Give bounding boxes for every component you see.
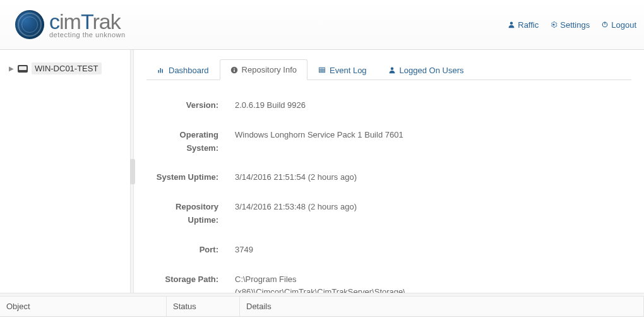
logout-label: Logout [611,20,636,30]
tree-node-label: WIN-DC01-TEST [32,62,102,74]
port-value: 3749 [235,244,418,257]
vertical-splitter[interactable] [130,50,134,293]
os-label: Operating System: [146,129,235,155]
grid-icon [318,66,326,74]
info-row-system-uptime: System Uptime: 3/14/2016 21:51:54 (2 hou… [146,171,631,184]
svg-rect-5 [162,69,164,73]
power-icon [601,21,609,28]
info-row-port: Port: 3749 [146,244,631,257]
repository-info: Version: 2.0.6.19 Build 9926 Operating S… [146,80,631,293]
logout-link[interactable]: Logout [601,20,636,30]
repo-uptime-value: 3/14/2016 21:53:48 (2 hours ago) [235,201,418,227]
system-uptime-label: System Uptime: [146,171,235,184]
bar-chart-icon [157,66,165,74]
port-label: Port: [146,244,235,257]
user-icon [508,21,515,28]
grid-header-row: Object Status Details [0,297,644,317]
storage-value: C:\Program Files (x86)\Cimcor\CimTrak\Ci… [235,273,418,293]
svg-rect-7 [234,69,235,72]
tab-event-log[interactable]: Event Log [307,59,378,80]
tree-sidebar: ▶ WIN-DC01-TEST [0,50,130,293]
tab-label: Event Log [330,66,367,75]
os-value: Windows Longhorn Service Pack 1 Build 76… [235,129,418,155]
version-value: 2.0.6.19 Build 9926 [235,99,418,112]
server-icon [18,65,28,73]
info-row-storage: Storage Path: C:\Program Files (x86)\Cim… [146,273,631,293]
col-header-details[interactable]: Details [240,297,644,316]
svg-rect-9 [319,68,325,73]
info-icon [230,66,238,74]
svg-rect-3 [158,70,160,73]
svg-point-8 [234,68,235,69]
tab-logged-on-users[interactable]: Logged On Users [378,59,475,80]
version-label: Version: [146,99,235,112]
header-actions: Raffic Settings Logout [508,20,636,30]
brand-tagline: detecting the unknown [49,31,126,38]
settings-label: Settings [560,20,590,30]
tab-label: Logged On Users [400,66,464,75]
tab-dashboard[interactable]: Dashboard [146,59,220,80]
brand-name: cimTrak [49,11,126,32]
app-header: cimTrak detecting the unknown Raffic Set… [0,0,644,50]
svg-point-14 [390,68,393,71]
bottom-grid: Object Status Details [0,297,644,326]
info-row-repo-uptime: Repository Uptime: 3/14/2016 21:53:48 (2… [146,201,631,227]
body: ▶ WIN-DC01-TEST Dashboard Repository Inf… [0,50,644,293]
system-uptime-value: 3/14/2016 21:51:54 (2 hours ago) [235,171,418,184]
chevron-right-icon[interactable]: ▶ [9,65,14,72]
tree-node-windc01[interactable]: ▶ WIN-DC01-TEST [9,62,128,74]
storage-label: Storage Path: [146,273,235,293]
user-icon [388,66,396,74]
tab-bar: Dashboard Repository Info Event Log Logg… [146,59,631,80]
col-header-status[interactable]: Status [167,297,240,316]
brand-logo: cimTrak detecting the unknown [15,10,126,39]
brand-icon [15,10,44,39]
main-panel: Dashboard Repository Info Event Log Logg… [134,50,644,293]
user-name: Raffic [518,20,539,30]
svg-rect-4 [160,68,162,73]
repo-uptime-label: Repository Uptime: [146,201,235,227]
tab-label: Repository Info [242,65,297,74]
info-row-version: Version: 2.0.6.19 Build 9926 [146,99,631,112]
settings-link[interactable]: Settings [550,20,590,30]
user-link[interactable]: Raffic [508,20,539,30]
svg-point-0 [510,22,513,25]
tab-repository-info[interactable]: Repository Info [220,59,307,80]
info-row-os: Operating System: Windows Longhorn Servi… [146,129,631,155]
col-header-object[interactable]: Object [0,297,167,316]
tab-label: Dashboard [169,66,209,75]
gear-icon [550,21,558,28]
brand-text: cimTrak detecting the unknown [49,11,126,38]
